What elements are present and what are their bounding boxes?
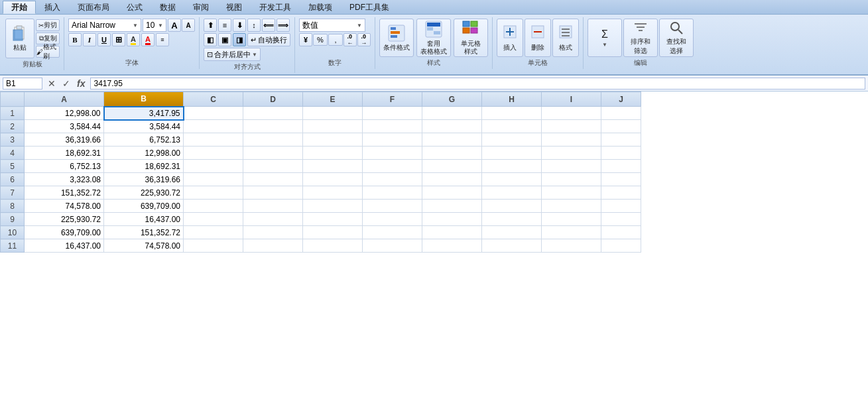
tab-pdf[interactable]: PDF工具集 bbox=[341, 1, 398, 14]
delete-cell-button[interactable]: 删除 bbox=[525, 19, 551, 57]
empty-cell[interactable] bbox=[243, 120, 303, 133]
tab-view[interactable]: 视图 bbox=[217, 1, 251, 14]
row-header[interactable]: 1 bbox=[1, 107, 25, 120]
col-header-D[interactable]: D bbox=[243, 92, 303, 107]
row-header[interactable]: 8 bbox=[1, 200, 25, 213]
col-header-B[interactable]: B bbox=[104, 92, 184, 107]
empty-cell[interactable] bbox=[601, 173, 641, 186]
empty-cell[interactable] bbox=[542, 200, 601, 213]
empty-cell[interactable] bbox=[303, 147, 363, 160]
row-header[interactable]: 3 bbox=[1, 133, 25, 147]
empty-cell[interactable] bbox=[363, 226, 422, 239]
empty-cell[interactable] bbox=[363, 200, 422, 213]
empty-cell[interactable] bbox=[184, 200, 243, 213]
table-row[interactable]: 16,437.00 bbox=[104, 213, 184, 226]
col-header-C[interactable]: C bbox=[184, 92, 243, 107]
empty-cell[interactable] bbox=[601, 226, 641, 239]
row-header[interactable]: 2 bbox=[1, 120, 25, 133]
font-size-dropdown[interactable]: 10 ▼ bbox=[143, 19, 166, 32]
empty-cell[interactable] bbox=[184, 226, 243, 239]
spreadsheet-container[interactable]: A B C D E F G H I J 112,998.003,417.9523… bbox=[0, 91, 868, 253]
increase-font-button[interactable]: A bbox=[168, 19, 181, 32]
empty-cell[interactable] bbox=[601, 160, 641, 173]
merge-center-button[interactable]: ⊡ 合并后居中 ▼ bbox=[204, 48, 261, 61]
empty-cell[interactable] bbox=[482, 120, 542, 133]
percent-button[interactable]: % bbox=[313, 34, 328, 46]
empty-cell[interactable] bbox=[184, 120, 243, 133]
cell-reference-box[interactable]: B1 bbox=[3, 78, 42, 89]
table-row[interactable]: 74,578.00 bbox=[25, 200, 104, 213]
empty-cell[interactable] bbox=[303, 120, 363, 133]
align-top-button[interactable]: ⬆ bbox=[204, 19, 217, 32]
empty-cell[interactable] bbox=[243, 186, 303, 200]
empty-cell[interactable] bbox=[243, 239, 303, 253]
col-header-H[interactable]: H bbox=[482, 92, 542, 107]
number-format-dropdown[interactable]: 数值 ▼ bbox=[299, 19, 365, 32]
table-row[interactable]: 3,323.08 bbox=[25, 173, 104, 186]
empty-cell[interactable] bbox=[601, 120, 641, 133]
table-row[interactable]: 6,752.13 bbox=[25, 160, 104, 173]
empty-cell[interactable] bbox=[542, 239, 601, 253]
empty-cell[interactable] bbox=[482, 200, 542, 213]
table-row[interactable]: 151,352.72 bbox=[25, 186, 104, 200]
empty-cell[interactable] bbox=[422, 200, 482, 213]
table-row[interactable]: 12,998.00 bbox=[104, 147, 184, 160]
empty-cell[interactable] bbox=[184, 107, 243, 120]
empty-cell[interactable] bbox=[482, 147, 542, 160]
empty-cell[interactable] bbox=[243, 133, 303, 147]
table-row[interactable]: 18,692.31 bbox=[104, 160, 184, 173]
empty-cell[interactable] bbox=[303, 160, 363, 173]
tab-review[interactable]: 审阅 bbox=[184, 1, 217, 14]
table-row[interactable]: 3,417.95 bbox=[104, 107, 184, 120]
empty-cell[interactable] bbox=[482, 213, 542, 226]
empty-cell[interactable] bbox=[542, 147, 601, 160]
indent-increase-button[interactable]: ⟹ bbox=[277, 19, 290, 32]
empty-cell[interactable] bbox=[243, 213, 303, 226]
format-cell-button[interactable]: 格式 bbox=[552, 19, 579, 57]
empty-cell[interactable] bbox=[482, 186, 542, 200]
tab-formula[interactable]: 公式 bbox=[118, 1, 151, 14]
row-header[interactable]: 4 bbox=[1, 147, 25, 160]
sum-button[interactable]: Σ ▼ bbox=[588, 19, 622, 57]
empty-cell[interactable] bbox=[184, 239, 243, 253]
bold-button[interactable]: B bbox=[68, 33, 82, 46]
empty-cell[interactable] bbox=[422, 133, 482, 147]
table-row[interactable]: 151,352.72 bbox=[104, 226, 184, 239]
empty-cell[interactable] bbox=[482, 133, 542, 147]
empty-cell[interactable] bbox=[184, 147, 243, 160]
empty-cell[interactable] bbox=[542, 186, 601, 200]
text-direction-button[interactable]: ↕ bbox=[247, 19, 261, 32]
sort-filter-button[interactable]: 排序和 筛选 bbox=[623, 19, 658, 57]
align-center-button[interactable]: ▣ bbox=[218, 33, 231, 46]
table-row[interactable]: 639,709.00 bbox=[25, 226, 104, 239]
empty-cell[interactable] bbox=[243, 147, 303, 160]
table-row[interactable]: 74,578.00 bbox=[104, 239, 184, 253]
row-header[interactable]: 5 bbox=[1, 160, 25, 173]
tab-addins[interactable]: 加载项 bbox=[300, 1, 341, 14]
empty-cell[interactable] bbox=[363, 173, 422, 186]
empty-cell[interactable] bbox=[243, 226, 303, 239]
col-header-G[interactable]: G bbox=[422, 92, 482, 107]
empty-cell[interactable] bbox=[422, 186, 482, 200]
table-row[interactable]: 225,930.72 bbox=[25, 213, 104, 226]
align-bottom-button[interactable]: ⬇ bbox=[233, 19, 246, 32]
empty-cell[interactable] bbox=[601, 186, 641, 200]
empty-cell[interactable] bbox=[601, 200, 641, 213]
table-row[interactable]: 6,752.13 bbox=[104, 133, 184, 147]
table-row[interactable]: 225,930.72 bbox=[104, 186, 184, 200]
font-name-dropdown[interactable]: Arial Narrow ▼ bbox=[68, 19, 141, 32]
row-header[interactable]: 11 bbox=[1, 239, 25, 253]
empty-cell[interactable] bbox=[601, 107, 641, 120]
row-header[interactable]: 7 bbox=[1, 186, 25, 200]
align-middle-button[interactable]: ≡ bbox=[218, 19, 231, 32]
empty-cell[interactable] bbox=[482, 226, 542, 239]
table-row[interactable]: 12,998.00 bbox=[25, 107, 104, 120]
empty-cell[interactable] bbox=[363, 186, 422, 200]
empty-cell[interactable] bbox=[184, 213, 243, 226]
tab-developer[interactable]: 开发工具 bbox=[251, 1, 300, 14]
increase-decimal-button[interactable]: .0← bbox=[343, 33, 357, 46]
formula-input[interactable]: 3417.95 bbox=[90, 78, 865, 89]
empty-cell[interactable] bbox=[482, 160, 542, 173]
font-color-button[interactable]: A bbox=[141, 33, 155, 46]
empty-cell[interactable] bbox=[542, 213, 601, 226]
